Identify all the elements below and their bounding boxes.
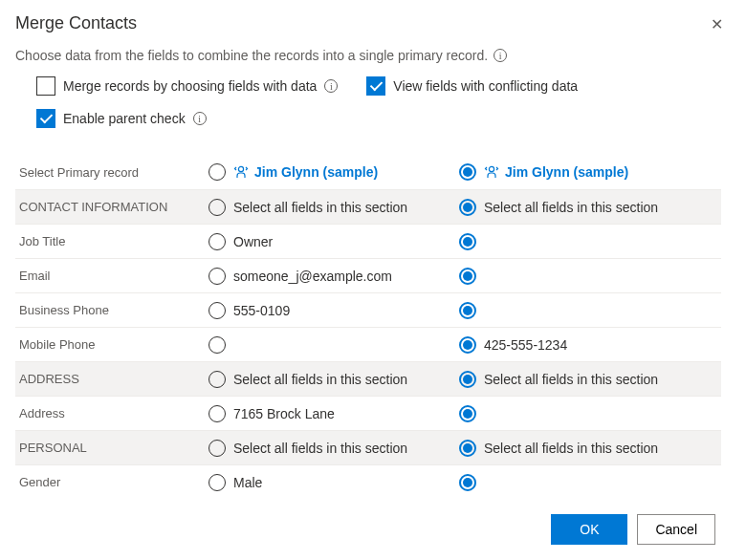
- field-left-cell: Owner: [205, 224, 455, 258]
- field-right-cell: [455, 396, 721, 430]
- checkbox-label: Merge records by choosing fields with da…: [63, 78, 317, 94]
- options-group: Merge records by choosing fields with da…: [36, 76, 731, 141]
- field-grid-scroll[interactable]: Select Primary record Jim Glynn (sample): [15, 155, 731, 499]
- field-left-cell: 555-0109: [205, 292, 455, 327]
- info-icon[interactable]: [324, 79, 338, 93]
- primary-record-label: Select Primary record: [15, 155, 205, 189]
- merge-by-fields-checkbox[interactable]: Merge records by choosing fields with da…: [36, 76, 338, 96]
- record-right-cell: Jim Glynn (sample): [455, 155, 721, 189]
- field-right-radio[interactable]: [459, 199, 476, 216]
- field-right-radio[interactable]: [459, 405, 476, 422]
- field-right-radio[interactable]: [459, 336, 476, 354]
- close-icon[interactable]: ✕: [703, 13, 731, 36]
- option-row-2: Enable parent check: [36, 109, 731, 128]
- description-text: Choose data from the fields to combine t…: [15, 48, 488, 63]
- field-left-cell: [205, 327, 455, 361]
- field-left-radio[interactable]: [208, 336, 226, 354]
- field-left-radio[interactable]: [208, 440, 226, 457]
- field-right-cell: [455, 258, 721, 292]
- field-left-value: 7165 Brock Lane: [233, 406, 335, 421]
- record-left-cell: Jim Glynn (sample): [205, 155, 455, 189]
- field-left-value: Select all fields in this section: [233, 200, 407, 215]
- merge-contacts-dialog: Merge Contacts ✕ Choose data from the fi…: [0, 0, 746, 560]
- record-left-link[interactable]: Jim Glynn (sample): [233, 164, 378, 180]
- field-grid: Select Primary record Jim Glynn (sample): [15, 155, 721, 499]
- contact-icon: [233, 164, 249, 180]
- field-label: Job Title: [15, 224, 205, 258]
- field-left-value: Owner: [233, 234, 273, 249]
- field-right-cell: [455, 292, 721, 327]
- record-left-name: Jim Glynn (sample): [254, 164, 378, 180]
- field-left-cell: someone_j@example.com: [205, 258, 455, 292]
- field-left-cell: Select all fields in this section: [205, 189, 455, 224]
- checkbox-label: View fields with conflicting data: [393, 78, 578, 94]
- field-left-radio[interactable]: [208, 474, 226, 491]
- field-label: PERSONAL: [15, 430, 205, 464]
- field-right-value: Select all fields in this section: [484, 372, 658, 387]
- field-right-cell: Select all fields in this section: [455, 430, 721, 464]
- checkbox-box: [36, 76, 55, 96]
- record-left-radio[interactable]: [208, 163, 226, 181]
- field-right-value: 425-555-1234: [484, 337, 567, 353]
- record-right-radio[interactable]: [459, 163, 476, 181]
- field-label: Business Phone: [15, 292, 205, 327]
- field-right-cell: Select all fields in this section: [455, 361, 721, 396]
- field-left-radio[interactable]: [208, 199, 226, 216]
- field-right-cell: Select all fields in this section: [455, 189, 721, 224]
- field-right-cell: 425-555-1234: [455, 327, 721, 361]
- option-row-1: Merge records by choosing fields with da…: [36, 76, 731, 96]
- field-left-value: someone_j@example.com: [233, 269, 392, 284]
- field-left-cell: Select all fields in this section: [205, 430, 455, 464]
- field-left-value: Select all fields in this section: [233, 441, 407, 456]
- dialog-title: Merge Contacts: [15, 13, 137, 33]
- field-right-radio[interactable]: [459, 440, 476, 457]
- field-label: Mobile Phone: [15, 327, 205, 361]
- field-label: Gender: [15, 464, 205, 499]
- field-left-radio[interactable]: [208, 405, 226, 422]
- field-label: CONTACT INFORMATION: [15, 189, 205, 224]
- enable-parent-checkbox[interactable]: Enable parent check: [36, 109, 207, 128]
- record-right-link[interactable]: Jim Glynn (sample): [484, 164, 628, 180]
- field-label: Address: [15, 396, 205, 430]
- contact-icon: [484, 164, 499, 180]
- field-left-value: Male: [233, 475, 262, 490]
- field-right-radio[interactable]: [459, 233, 476, 250]
- field-label: Email: [15, 258, 205, 292]
- field-left-cell: Male: [205, 464, 455, 499]
- dialog-footer: OK Cancel: [15, 499, 731, 560]
- view-conflicting-checkbox[interactable]: View fields with conflicting data: [366, 76, 578, 96]
- field-left-value: 555-0109: [233, 303, 290, 318]
- dialog-header: Merge Contacts ✕: [15, 13, 731, 36]
- field-left-radio[interactable]: [208, 371, 226, 388]
- svg-point-0: [238, 166, 243, 171]
- field-left-value: Select all fields in this section: [233, 372, 407, 387]
- field-left-cell: 7165 Brock Lane: [205, 396, 455, 430]
- dialog-description: Choose data from the fields to combine t…: [15, 48, 731, 63]
- field-left-radio[interactable]: [208, 233, 226, 250]
- field-right-radio[interactable]: [459, 371, 476, 388]
- field-right-value: Select all fields in this section: [484, 200, 658, 215]
- checkbox-box: [366, 76, 385, 96]
- record-right-name: Jim Glynn (sample): [505, 164, 628, 180]
- field-right-cell: [455, 224, 721, 258]
- checkbox-label: Enable parent check: [63, 111, 186, 126]
- checkbox-box: [36, 109, 55, 128]
- field-right-radio[interactable]: [459, 268, 476, 285]
- field-label: ADDRESS: [15, 361, 205, 396]
- field-left-cell: Select all fields in this section: [205, 361, 455, 396]
- ok-button[interactable]: OK: [551, 514, 627, 545]
- field-right-radio[interactable]: [459, 302, 476, 319]
- info-icon[interactable]: [494, 49, 507, 62]
- field-left-radio[interactable]: [208, 302, 226, 319]
- field-right-radio[interactable]: [459, 474, 476, 491]
- svg-point-1: [489, 166, 494, 171]
- field-left-radio[interactable]: [208, 268, 226, 285]
- field-right-value: Select all fields in this section: [484, 441, 658, 456]
- info-icon[interactable]: [193, 112, 207, 125]
- cancel-button[interactable]: Cancel: [637, 514, 715, 545]
- field-right-cell: [455, 464, 721, 499]
